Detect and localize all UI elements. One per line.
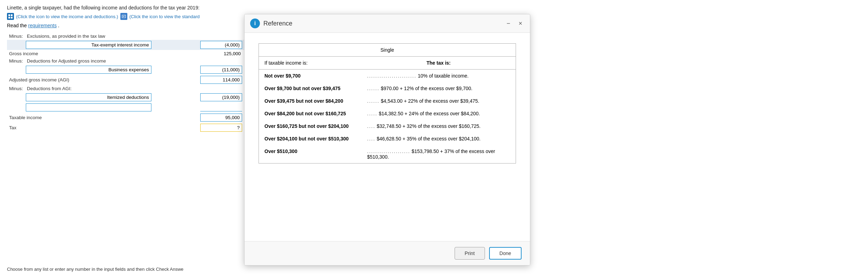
income-range-cell: Over $204,100 but not over $510,300 bbox=[259, 132, 362, 145]
bottom-note: Choose from any list or enter any number… bbox=[7, 267, 184, 272]
minus-label-2: Minus: Deductions for Adjusted gross inc… bbox=[9, 58, 106, 64]
agi-value-input[interactable] bbox=[200, 76, 242, 84]
gross-income-row: Gross income 125,000 bbox=[7, 50, 244, 57]
income-range-cell: Not over $9,700 bbox=[259, 70, 362, 82]
tax-value-input[interactable] bbox=[200, 124, 242, 132]
svg-rect-0 bbox=[8, 14, 10, 16]
reference-controls: − × bbox=[504, 19, 524, 28]
business-expenses-value-input[interactable] bbox=[200, 66, 242, 74]
minimize-button[interactable]: − bbox=[504, 20, 512, 27]
intro-text: Linette, a single taxpayer, had the foll… bbox=[7, 4, 244, 12]
tax-rate-row: Over $39,475 but not over $84,200...... … bbox=[259, 95, 516, 107]
taxable-income-label: Taxable income bbox=[9, 115, 42, 120]
print-button[interactable]: Print bbox=[455, 247, 485, 260]
reference-body: Single If taxable income is: The tax is:… bbox=[245, 33, 530, 241]
exclusions-row: Minus: Exclusions, as provided in the ta… bbox=[7, 32, 244, 40]
column1-header: If taxable income is: bbox=[259, 57, 362, 70]
tax-exempt-value-input[interactable] bbox=[200, 41, 242, 49]
svg-rect-2 bbox=[8, 17, 10, 19]
icon2-label: (Click the icon to view the standard bbox=[129, 14, 200, 19]
tax-formula-cell: ........................ 10% of taxable … bbox=[361, 70, 516, 82]
itemized-deductions-row bbox=[7, 92, 244, 102]
tax-formula-cell: ..................... $153,798.50 + 37% … bbox=[361, 145, 516, 164]
gross-income-label: Gross income bbox=[9, 51, 38, 56]
income-deductions-icon[interactable] bbox=[7, 13, 14, 20]
taxable-income-value-input[interactable] bbox=[200, 114, 242, 122]
agi-row: Adjusted gross income (AGI) bbox=[7, 75, 244, 85]
tax-label: Tax bbox=[9, 125, 16, 130]
tax-formula-cell: ...... $4,543.00 + 22% of the excess ove… bbox=[361, 95, 516, 107]
income-range-cell: Over $160,725 but not over $204,100 bbox=[259, 120, 362, 132]
tax-calculation-table: Minus: Exclusions, as provided in the ta… bbox=[7, 32, 244, 133]
icon1-label: (Click the icon to view the income and d… bbox=[16, 14, 118, 19]
icon-row: (Click the icon to view the income and d… bbox=[7, 13, 244, 20]
tax-formula-cell: ...... $970.00 + 12% of the excess over … bbox=[361, 82, 516, 95]
blank-deduction-value-input[interactable] bbox=[200, 104, 242, 111]
tax-formula-cell: .... $32,748.50 + 32% of the excess over… bbox=[361, 120, 516, 132]
tax-rate-row: Over $9,700 but not over $39,475...... $… bbox=[259, 82, 516, 95]
tax-rate-table: Single If taxable income is: The tax is:… bbox=[259, 43, 516, 164]
close-button[interactable]: × bbox=[516, 19, 524, 28]
column2-header: The tax is: bbox=[361, 57, 516, 70]
svg-rect-3 bbox=[11, 17, 13, 19]
reference-title: Reference bbox=[263, 20, 504, 27]
taxable-income-row: Taxable income bbox=[7, 112, 244, 123]
reference-header: i Reference − × bbox=[245, 14, 530, 33]
reference-info-icon: i bbox=[250, 19, 260, 28]
minus-label-3: Minus: Deductions from AGI: bbox=[9, 86, 72, 91]
tax-rate-row: Over $84,200 but not over $160,725..... … bbox=[259, 107, 516, 120]
tax-rate-row: Over $510,300..................... $153,… bbox=[259, 145, 516, 164]
blank-deduction-row bbox=[7, 102, 244, 112]
agi-label: Adjusted gross income (AGI) bbox=[9, 77, 69, 82]
tax-formula-cell: .... $46,628.50 + 35% of the excess over… bbox=[361, 132, 516, 145]
tax-rate-row: Not over $9,700........................ … bbox=[259, 70, 516, 82]
reference-footer: Print Done bbox=[245, 241, 530, 265]
main-content: Linette, a single taxpayer, had the foll… bbox=[0, 0, 251, 276]
gross-income-value: 125,000 bbox=[224, 51, 242, 56]
tax-rate-row: Over $160,725 but not over $204,100.... … bbox=[259, 120, 516, 132]
income-range-cell: Over $510,300 bbox=[259, 145, 362, 164]
business-expenses-row bbox=[7, 65, 244, 75]
done-button[interactable]: Done bbox=[489, 247, 522, 260]
business-expenses-input[interactable] bbox=[26, 66, 151, 74]
deductions-agi-header-row: Minus: Deductions for Adjusted gross inc… bbox=[7, 57, 244, 65]
itemized-deductions-input[interactable] bbox=[26, 93, 151, 101]
read-req: Read the requirements . bbox=[7, 23, 244, 28]
tax-row: Tax bbox=[7, 123, 244, 133]
income-range-cell: Over $39,475 but not over $84,200 bbox=[259, 95, 362, 107]
reference-panel: i Reference − × Single If taxable income… bbox=[244, 14, 530, 266]
income-range-cell: Over $84,200 but not over $160,725 bbox=[259, 107, 362, 120]
tax-formula-cell: ..... $14,382.50 + 24% of the excess ove… bbox=[361, 107, 516, 120]
minus-label-1: Minus: Exclusions, as provided in the ta… bbox=[9, 34, 105, 39]
blank-deduction-input[interactable] bbox=[26, 103, 151, 111]
requirements-link[interactable]: requirements bbox=[28, 23, 57, 28]
standard-deduction-icon[interactable] bbox=[120, 13, 127, 20]
tax-exempt-row bbox=[7, 40, 244, 50]
itemized-deductions-value-input[interactable] bbox=[200, 93, 242, 101]
tax-exempt-input[interactable] bbox=[26, 41, 151, 49]
income-range-cell: Over $9,700 but not over $39,475 bbox=[259, 82, 362, 95]
svg-rect-1 bbox=[11, 14, 13, 16]
deductions-from-agi-header: Minus: Deductions from AGI: bbox=[7, 85, 244, 92]
single-header: Single bbox=[259, 44, 516, 57]
tax-rate-row: Over $204,100 but not over $510,300.... … bbox=[259, 132, 516, 145]
